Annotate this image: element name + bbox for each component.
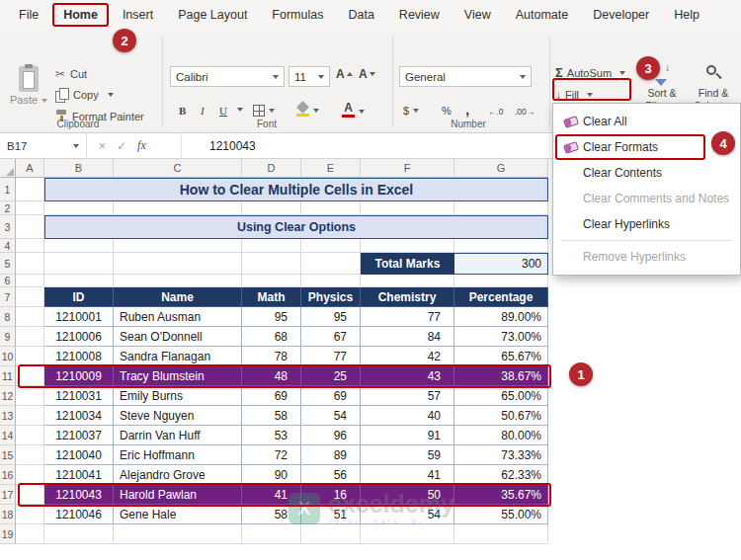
name-box-dropdown-icon[interactable]: [73, 144, 79, 148]
empty-cell[interactable]: [16, 426, 44, 445]
empty-cell[interactable]: [242, 239, 301, 253]
cell-physics[interactable]: 67: [301, 327, 361, 347]
row-header-8[interactable]: 8: [0, 307, 16, 327]
underline-dropdown-icon[interactable]: [233, 108, 243, 112]
row-header-9[interactable]: 9: [0, 327, 16, 347]
cell-math[interactable]: 58: [242, 406, 301, 426]
empty-cell[interactable]: [361, 201, 454, 215]
tab-view[interactable]: View: [453, 3, 502, 27]
cell-name[interactable]: Ruben Ausman: [114, 307, 242, 327]
cell-name[interactable]: Sean O'Donnell: [114, 327, 242, 347]
empty-cell[interactable]: [16, 287, 44, 307]
row-header-19[interactable]: 19: [0, 524, 16, 544]
column-header-name[interactable]: Name: [114, 287, 242, 307]
tab-help[interactable]: Help: [663, 3, 710, 27]
cell-math[interactable]: 69: [242, 386, 301, 406]
row-header-11[interactable]: 11: [0, 366, 16, 386]
empty-cell[interactable]: [16, 505, 44, 524]
empty-cell[interactable]: [454, 275, 548, 287]
tab-developer[interactable]: Developer: [582, 3, 660, 27]
row-header-12[interactable]: 12: [0, 386, 16, 406]
column-header-math[interactable]: Math: [242, 287, 301, 307]
cell-name[interactable]: Eric Hoffmann: [114, 445, 242, 465]
cell-id[interactable]: 1210040: [44, 445, 114, 465]
empty-cell[interactable]: [16, 347, 44, 366]
menu-item-clear-hyperlinks[interactable]: Clear Hyperlinks: [553, 211, 740, 237]
font-color-button[interactable]: A: [342, 102, 365, 118]
cell-percentage[interactable]: 65.00%: [454, 386, 548, 406]
empty-cell[interactable]: [16, 465, 44, 485]
cell-percentage[interactable]: 55.00%: [454, 505, 548, 524]
increase-decimal-button[interactable]: ←.0: [488, 107, 504, 117]
row-header-18[interactable]: 18: [0, 505, 16, 524]
empty-cell[interactable]: [16, 178, 44, 201]
decrease-decimal-button[interactable]: .00→: [515, 107, 535, 117]
column-header-f[interactable]: F: [361, 159, 454, 178]
cell-math[interactable]: 78: [242, 347, 301, 366]
sheet-title-cell[interactable]: How to Clear Multiple Cells in Excel: [44, 178, 548, 201]
column-header-chemistry[interactable]: Chemistry: [361, 287, 454, 307]
empty-cell[interactable]: [361, 239, 454, 253]
cell-id[interactable]: 1210006: [44, 327, 114, 347]
empty-cell[interactable]: [242, 201, 301, 215]
row-header-17[interactable]: 17: [0, 485, 16, 505]
cell-name[interactable]: Steve Nguyen: [114, 406, 242, 426]
cell-physics[interactable]: 95: [301, 307, 361, 327]
bold-button[interactable]: B: [179, 105, 186, 117]
row-header-1[interactable]: 1: [0, 178, 16, 201]
cell-id[interactable]: 1210001: [44, 307, 114, 327]
row-header-6[interactable]: 6: [0, 275, 16, 287]
empty-cell[interactable]: [16, 275, 44, 287]
empty-cell[interactable]: [16, 327, 44, 347]
empty-cell[interactable]: [16, 406, 44, 426]
row-header-2[interactable]: 2: [0, 201, 16, 215]
cell-chemistry[interactable]: 57: [361, 386, 454, 406]
empty-cell[interactable]: [16, 239, 44, 253]
empty-cell[interactable]: [44, 239, 114, 253]
copy-button[interactable]: Copy: [55, 88, 114, 102]
empty-cell[interactable]: [114, 239, 242, 253]
row-header-5[interactable]: 5: [0, 253, 16, 275]
cell-physics[interactable]: 96: [301, 426, 361, 445]
empty-cell[interactable]: [16, 253, 44, 275]
menu-item-clear-contents[interactable]: Clear Contents: [553, 160, 740, 186]
cell-id[interactable]: 1210037: [44, 426, 114, 445]
column-header-b[interactable]: B: [44, 159, 114, 178]
row-header-10[interactable]: 10: [0, 347, 16, 366]
font-size-combo[interactable]: 11: [288, 66, 330, 87]
cell-chemistry[interactable]: 42: [361, 347, 454, 366]
column-header-a[interactable]: A: [16, 159, 44, 178]
total-marks-value-cell[interactable]: 300: [454, 253, 548, 275]
empty-cell[interactable]: [44, 524, 114, 544]
column-header-d[interactable]: D: [242, 159, 301, 178]
cell-name[interactable]: Emily Burns: [114, 386, 242, 406]
percent-style-button[interactable]: %: [442, 105, 452, 117]
tab-automate[interactable]: Automate: [505, 3, 580, 27]
row-header-15[interactable]: 15: [0, 445, 16, 465]
empty-cell[interactable]: [16, 386, 44, 406]
empty-cell[interactable]: [114, 275, 242, 287]
empty-cell[interactable]: [44, 253, 114, 275]
tab-formulas[interactable]: Formulas: [261, 3, 334, 27]
row-header-4[interactable]: 4: [0, 239, 16, 253]
cell-physics[interactable]: 77: [301, 347, 361, 366]
empty-cell[interactable]: [16, 307, 44, 327]
fill-color-button[interactable]: [296, 103, 319, 117]
column-header-c[interactable]: C: [114, 159, 242, 178]
column-header-id[interactable]: ID: [44, 287, 114, 307]
empty-cell[interactable]: [301, 239, 361, 253]
empty-cell[interactable]: [454, 239, 548, 253]
cell-name[interactable]: Gene Hale: [114, 505, 242, 524]
row-header-7[interactable]: 7: [0, 287, 16, 307]
cell-math[interactable]: 68: [242, 327, 301, 347]
row-header-16[interactable]: 16: [0, 465, 16, 485]
column-header-e[interactable]: E: [301, 159, 361, 178]
cell-physics[interactable]: 56: [301, 465, 361, 485]
cell-id[interactable]: 1210034: [44, 406, 114, 426]
accounting-format-button[interactable]: $: [403, 105, 419, 117]
empty-cell[interactable]: [16, 201, 44, 215]
empty-cell[interactable]: [114, 253, 242, 275]
cell-percentage[interactable]: 73.00%: [454, 327, 548, 347]
empty-cell[interactable]: [301, 201, 361, 215]
cut-button[interactable]: ✂ Cut: [55, 67, 87, 81]
